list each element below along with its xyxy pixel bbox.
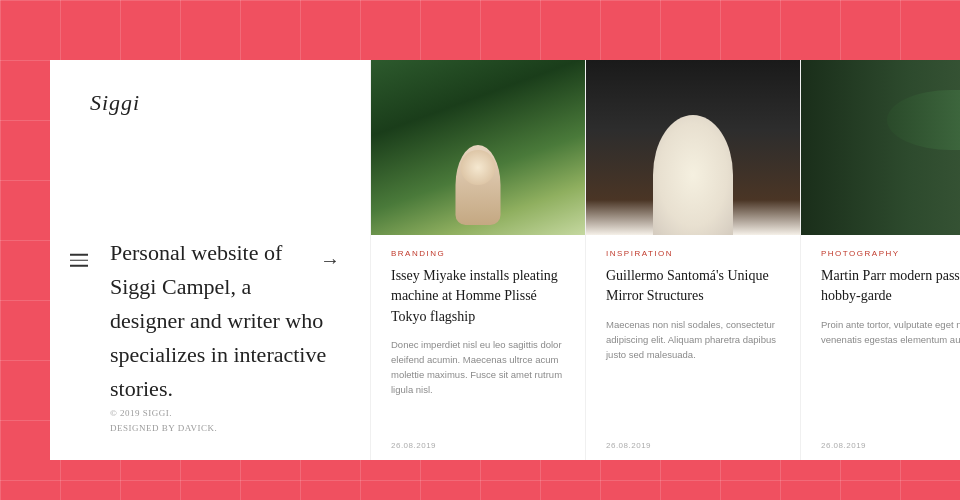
garden-image [371,60,585,235]
article-card-3: PHOTOGRAPHY Martin Parr modern pass hobb… [800,60,960,460]
hamburger-menu[interactable] [70,254,88,267]
article-image-2 [586,60,800,235]
hamburger-line-1 [70,254,88,256]
article-title-1[interactable]: Issey Miyake installs pleating machine a… [391,266,565,327]
article-excerpt-1: Donec imperdiet nisl eu leo sagittis dol… [391,337,565,421]
article-body-1: BRANDING Issey Miyake installs pleating … [371,235,585,431]
article-body-2: INSPIRATION Guillermo Santomá's Unique M… [586,235,800,431]
article-title-2[interactable]: Guillermo Santomá's Unique Mirror Struct… [606,266,780,307]
article-card-2: INSPIRATION Guillermo Santomá's Unique M… [585,60,800,460]
site-description: Personal website of Siggi Campel, a desi… [110,236,330,406]
main-card: Siggi Personal website of Siggi Campel, … [50,60,960,460]
hamburger-line-3 [70,265,88,267]
article-excerpt-3: Proin ante tortor, vulputate eget nisl, … [821,317,960,421]
article-card-1: BRANDING Issey Miyake installs pleating … [370,60,585,460]
copyright: © 2019 SIGGI. [110,406,330,420]
next-arrow[interactable]: → [320,249,340,272]
article-excerpt-2: Maecenas non nisl sodales, consectetur a… [606,317,780,421]
sidebar: Siggi Personal website of Siggi Campel, … [50,60,370,460]
article-category-1: BRANDING [391,249,565,258]
sidebar-content: Personal website of Siggi Campel, a desi… [90,236,330,406]
article-title-3[interactable]: Martin Parr modern pass hobby-garde [821,266,960,307]
article-category-2: INSPIRATION [606,249,780,258]
article-image-3 [801,60,960,235]
article-date-2: 26.08.2019 [586,431,800,460]
sidebar-footer: © 2019 SIGGI. DESIGNED BY DAVICK. [90,406,330,435]
article-body-3: PHOTOGRAPHY Martin Parr modern pass hobb… [801,235,960,431]
credit: DESIGNED BY DAVICK. [110,421,330,435]
bride-image [586,60,800,235]
article-image-1 [371,60,585,235]
article-category-3: PHOTOGRAPHY [821,249,960,258]
article-date-1: 26.08.2019 [371,431,585,460]
articles-container: BRANDING Issey Miyake installs pleating … [370,60,960,460]
article-date-3: 26.08.2019 [801,431,960,460]
partial-image [801,60,960,235]
hamburger-line-2 [70,259,88,261]
logo: Siggi [90,90,330,116]
